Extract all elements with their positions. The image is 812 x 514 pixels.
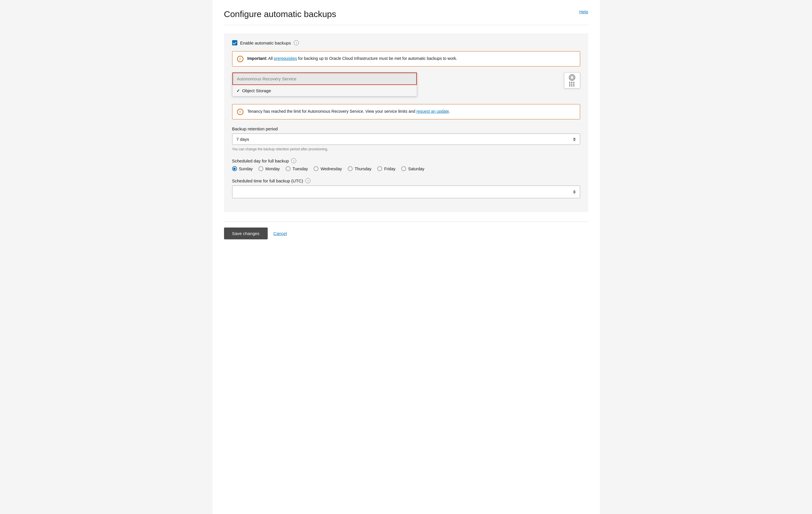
radio-tuesday[interactable]: Tuesday [286,166,308,171]
help-link[interactable]: Help [579,9,588,14]
radio-saturday-label: Saturday [408,167,424,171]
retention-arrows [573,138,576,141]
radio-wednesday[interactable]: Wednesday [314,166,342,171]
radio-sunday-label: Sunday [239,167,253,171]
scheduled-day-label: Scheduled day for full backup i [232,158,580,163]
time-arrow-up [573,190,576,192]
alert-exclamation-icon: ! [237,56,243,62]
section-body: Enable automatic backups i ! Important: … [224,33,588,212]
help-overlay-button[interactable] [564,72,580,88]
cancel-button[interactable]: Cancel [273,231,287,236]
request-update-link[interactable]: request an update [416,109,449,114]
radio-saturday[interactable]: Saturday [401,166,424,171]
enable-checkbox[interactable] [232,40,237,46]
dropdown-item-object-storage-label: Object Storage [242,88,271,93]
scheduled-time-label-text: Scheduled time for full backup (UTC) [232,178,303,183]
bottom-actions: Save changes Cancel [224,222,588,239]
radio-monday[interactable]: Monday [258,166,280,171]
radio-sunday-circle [232,166,237,171]
alert-text-after: for backing up to Oracle Cloud Infrastru… [297,56,457,61]
enable-checkbox-label: Enable automatic backups [240,40,291,46]
grid-dots-icon [569,82,575,86]
radio-friday[interactable]: Friday [377,166,396,171]
tenancy-alert-text-main: Tenancy has reached the limit for Autono… [248,109,416,114]
grid-dot-4 [569,84,570,85]
radio-wednesday-circle [314,166,319,171]
retention-value: 7 days [236,137,249,142]
scheduled-day-info-icon[interactable]: i [291,158,296,163]
dropdown-menu: Autonomous Recovery Service ✓ Object Sto… [232,72,417,96]
help-circle-inner-icon [570,76,574,80]
grid-dot-7 [569,85,570,86]
retention-hint: You can change the backup retention peri… [232,147,580,151]
prerequisites-link[interactable]: prerequisites [274,56,297,61]
retention-select[interactable]: 7 days [232,134,580,145]
grid-dot-2 [571,82,572,83]
dropdown-item-object-storage[interactable]: ✓ Object Storage [232,85,417,96]
scheduled-time-info-icon[interactable]: i [305,178,311,183]
scheduled-time-select[interactable] [232,185,580,198]
radio-saturday-circle [401,166,406,171]
scheduled-time-label: Scheduled time for full backup (UTC) i [232,178,580,183]
retention-arrow-down [573,140,576,141]
radio-thursday[interactable]: Thursday [348,166,372,171]
grid-dot-9 [573,85,574,86]
retention-label: Backup retention period [232,126,580,131]
dropdown-checkmark: ✓ [236,88,240,93]
scheduled-day-label-text: Scheduled day for full backup [232,159,289,163]
radio-monday-label: Monday [265,167,280,171]
time-arrows [573,190,576,194]
day-radio-group: Sunday Monday Tuesday Wednesday [232,166,580,171]
radio-thursday-label: Thursday [355,167,372,171]
grid-dot-5 [571,84,572,85]
radio-monday-circle [258,166,263,171]
retention-arrow-up [573,138,576,139]
radio-sunday[interactable]: Sunday [232,166,253,171]
radio-tuesday-circle [286,166,291,171]
help-circle-icon [569,74,575,81]
save-button[interactable]: Save changes [224,228,268,239]
important-bold: Important: [248,56,267,61]
scheduled-time-section: Scheduled time for full backup (UTC) i [232,178,580,198]
page-title: Configure automatic backups [224,9,337,19]
radio-friday-label: Friday [384,167,396,171]
tenancy-alert-text: Tenancy has reached the limit for Autono… [248,108,451,114]
grid-dot-3 [573,82,574,83]
backup-type-dropdown-wrapper: Autonomous Recovery Service ✓ Object Sto… [232,72,580,98]
grid-dot-1 [569,82,570,83]
prerequisites-alert-text: Important: All prerequisites for backing… [248,56,457,62]
prerequisites-alert: ! Important: All prerequisites for backi… [232,51,580,66]
radio-thursday-circle [348,166,353,171]
grid-dot-8 [571,85,572,86]
radio-wednesday-label: Wednesday [321,167,342,171]
tenancy-limit-alert: ! Tenancy has reached the limit for Auto… [232,104,580,119]
alert-text-before: All [267,56,274,61]
scheduled-day-section: Scheduled day for full backup i Sunday M… [232,158,580,171]
enable-checkbox-row: Enable automatic backups i [232,40,580,46]
retention-label-text: Backup retention period [232,126,278,131]
tenancy-alert-icon: ! [237,109,243,115]
radio-tuesday-label: Tuesday [293,167,308,171]
dropdown-item-ars-label: Autonomous Recovery Service [237,76,297,81]
time-arrow-down [573,192,576,194]
tenancy-alert-text-after: . [449,109,450,114]
dropdown-item-ars[interactable]: Autonomous Recovery Service [232,73,417,85]
radio-friday-circle [377,166,382,171]
page-container: Configure automatic backups Help Enable … [212,0,600,514]
grid-dot-6 [573,84,574,85]
enable-info-icon[interactable]: i [294,40,299,46]
page-header: Configure automatic backups Help [224,9,588,25]
retention-section: Backup retention period 7 days You can c… [232,126,580,151]
